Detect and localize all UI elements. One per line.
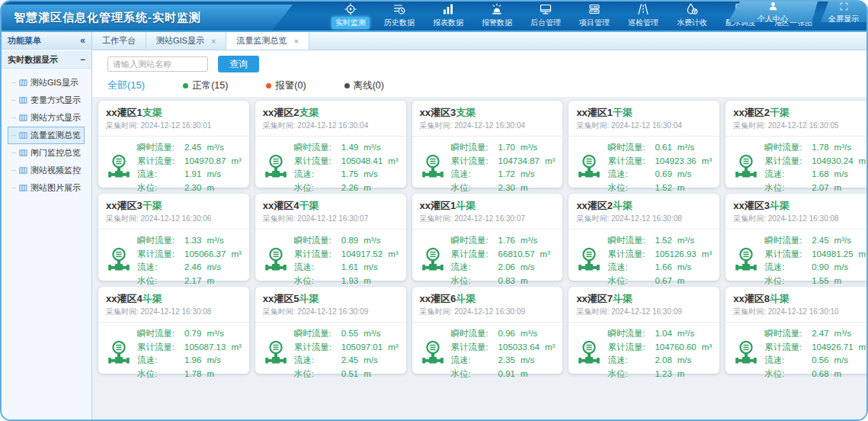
sidebar-item[interactable]: 变量方式显示 bbox=[8, 92, 85, 109]
collect-time: 采集时间: 2024-12-12 16:30:04 bbox=[576, 121, 712, 131]
velocity-unit: m/s bbox=[677, 354, 692, 368]
instant-flow-row: 瞬时流量:0.96m³/s bbox=[451, 327, 556, 341]
sidebar-item[interactable]: 测站GIS显示 bbox=[8, 74, 82, 92]
total-flow-value: 104734.87 bbox=[498, 155, 540, 169]
tab-close-icon[interactable]: × bbox=[211, 37, 216, 46]
filter-all[interactable]: 全部(15) bbox=[107, 79, 145, 92]
backend-icon bbox=[540, 4, 552, 15]
tab-close-icon[interactable]: × bbox=[293, 37, 298, 46]
toolbar-panel: 查询 全部(15) 正常(15) 报警(0) bbox=[92, 50, 866, 97]
station-name-prefix: xx灌区2 bbox=[733, 107, 770, 118]
card-body: 瞬时流量:2.45m³/s 累计流量:104970.87m³ 流速:1.91m/… bbox=[106, 141, 242, 194]
station-card[interactable]: xx灌区7斗渠 采集时间: 2024-12-12 16:30:09 bbox=[569, 287, 719, 374]
nav-label: 实时监测 bbox=[332, 17, 370, 29]
station-name: xx灌区3干渠 bbox=[106, 200, 242, 211]
collect-time-value: 2024-12-12 16:30:04 bbox=[297, 121, 368, 130]
tab-flow-overview[interactable]: 流量监测总览 × bbox=[226, 32, 309, 50]
filter-offline[interactable]: 离线(0) bbox=[344, 79, 384, 92]
instant-flow-label: 瞬时流量: bbox=[137, 327, 184, 341]
fullscreen-label: 全屏显示 bbox=[828, 14, 859, 24]
tab-workbench[interactable]: 工作平台 × bbox=[92, 32, 146, 50]
card-divider bbox=[725, 136, 866, 137]
collect-time: 采集时间: 2024-12-12 16:30:07 bbox=[420, 214, 556, 224]
tab-station-gis[interactable]: 测站GIS显示 × bbox=[146, 32, 226, 50]
station-card[interactable]: xx灌区1斗渠 采集时间: 2024-12-12 16:30:07 bbox=[412, 194, 563, 281]
sidebar-item[interactable]: 流量监测总览 bbox=[8, 127, 85, 144]
total-flow-value: 105066.37 bbox=[184, 248, 226, 262]
velocity-value: 1.61 bbox=[341, 261, 358, 275]
collect-time-label: 采集时间: bbox=[106, 307, 139, 316]
station-card[interactable]: xx灌区6斗渠 采集时间: 2024-12-12 16:30:09 bbox=[412, 287, 563, 374]
station-search-input[interactable] bbox=[107, 56, 208, 72]
sidebar-item-label: 闸门监控总览 bbox=[30, 147, 81, 159]
water-level-unit: m bbox=[520, 368, 528, 381]
collect-time-label: 采集时间: bbox=[420, 121, 453, 130]
sidebar-item[interactable]: 测站视频监控 bbox=[8, 162, 85, 179]
instant-flow-value: 0.96 bbox=[498, 327, 515, 341]
velocity-label: 流速: bbox=[137, 261, 184, 275]
nav-backend-admin[interactable]: 后台管理 bbox=[521, 2, 570, 31]
velocity-unit: m/s bbox=[834, 168, 849, 182]
station-card[interactable]: xx灌区1支渠 采集时间: 2024-12-12 16:30:01 bbox=[98, 101, 249, 188]
table-icon bbox=[19, 149, 27, 157]
collect-time-label: 采集时间: bbox=[733, 121, 766, 130]
station-card[interactable]: xx灌区1干渠 采集时间: 2024-12-12 16:30:04 bbox=[569, 101, 719, 188]
sidebar-item-label: 流量监测总览 bbox=[30, 130, 81, 141]
total-flow-value: 104930.24 bbox=[812, 155, 853, 169]
sidebar-collapse-button[interactable]: « bbox=[80, 35, 85, 46]
query-button[interactable]: 查询 bbox=[218, 56, 259, 72]
flowmeter-icon bbox=[733, 339, 759, 368]
station-card[interactable]: xx灌区2干渠 采集时间: 2024-12-12 16:30:05 bbox=[725, 101, 866, 188]
nav-report-data[interactable]: 报表数据 bbox=[424, 2, 472, 31]
water-level-value: 1.55 bbox=[812, 275, 828, 288]
nav-inspection-admin[interactable]: 巡检管理 bbox=[619, 2, 668, 31]
sidebar-group-label: 实时数据显示 bbox=[8, 54, 58, 66]
user-center-button[interactable]: 个人中心 bbox=[728, 2, 818, 22]
card-body: 瞬时流量:1.52m³/s 累计流量:105126.93m³ 流速:1.66m/… bbox=[576, 234, 712, 288]
instant-flow-label: 瞬时流量: bbox=[607, 327, 655, 341]
station-card[interactable]: xx灌区5斗渠 采集时间: 2024-12-12 16:30:09 bbox=[255, 287, 406, 374]
measurement-rows: 瞬时流量:2.45m³/s 累计流量:104970.87m³ 流速:1.91m/… bbox=[137, 141, 242, 194]
sidebar-item[interactable]: 闸门监控总览 bbox=[8, 144, 85, 162]
station-name-suffix: 干渠 bbox=[613, 107, 633, 118]
collect-time: 采集时间: 2024-12-12 16:30:04 bbox=[263, 121, 399, 131]
station-name-suffix: 斗渠 bbox=[770, 293, 790, 304]
instant-flow-unit: m³/s bbox=[834, 141, 851, 155]
nav-history-data[interactable]: 历史数据 bbox=[375, 2, 424, 31]
sidebar-item-label: 测站GIS显示 bbox=[30, 77, 78, 88]
sidebar-group-realtime-data[interactable]: 实时数据显示 − bbox=[2, 51, 91, 69]
sidebar-header: 功能菜单 « bbox=[2, 32, 91, 50]
nav-project-admin[interactable]: 项目管理 bbox=[570, 2, 619, 31]
velocity-value: 0.56 bbox=[812, 354, 828, 368]
station-card[interactable]: xx灌区2支渠 采集时间: 2024-12-12 16:30:04 bbox=[255, 101, 406, 188]
station-name-suffix: 干渠 bbox=[770, 107, 790, 118]
instant-flow-unit: m³/s bbox=[677, 327, 694, 341]
measurement-rows: 瞬时流量:1.49m³/s 累计流量:105048.41m³ 流速:1.75m/… bbox=[294, 141, 399, 194]
instant-flow-unit: m³/s bbox=[677, 234, 694, 248]
station-name-suffix: 斗渠 bbox=[299, 293, 319, 304]
fullscreen-button[interactable]: 全屏显示 bbox=[821, 2, 866, 22]
nav-realtime-monitor[interactable]: 实时监测 bbox=[326, 2, 375, 31]
station-card[interactable]: xx灌区3干渠 采集时间: 2024-12-12 16:30:06 bbox=[98, 194, 249, 281]
measurement-rows: 瞬时流量:0.79m³/s 累计流量:105087.13m³ 流速:1.96m/… bbox=[137, 327, 242, 381]
station-card[interactable]: xx灌区2斗渠 采集时间: 2024-12-12 16:30:08 bbox=[569, 194, 719, 281]
station-card[interactable]: xx灌区4斗渠 采集时间: 2024-12-12 16:30:08 bbox=[98, 287, 249, 374]
velocity-label: 流速: bbox=[764, 168, 812, 182]
filter-alarm[interactable]: 报警(0) bbox=[266, 79, 306, 92]
sidebar-item[interactable]: 测站方式显示 bbox=[8, 109, 85, 127]
velocity-row: 流速:2.45m/s bbox=[294, 354, 399, 368]
instant-flow-label: 瞬时流量: bbox=[294, 327, 341, 341]
water-level-row: 水位:0.91m bbox=[451, 368, 556, 381]
measurement-rows: 瞬时流量:1.04m³/s 累计流量:104760.60m³ 流速:2.08m/… bbox=[607, 327, 712, 381]
station-card[interactable]: xx灌区8斗渠 采集时间: 2024-12-12 16:30:10 bbox=[725, 287, 866, 374]
station-card[interactable]: xx灌区3斗渠 采集时间: 2024-12-12 16:30:08 bbox=[725, 194, 866, 281]
instant-flow-row: 瞬时流量:0.55m³/s bbox=[294, 327, 399, 341]
filter-normal[interactable]: 正常(15) bbox=[183, 79, 228, 92]
velocity-value: 1.68 bbox=[812, 168, 828, 182]
instant-flow-label: 瞬时流量: bbox=[451, 327, 498, 341]
nav-alarm-data[interactable]: 报警数据 bbox=[472, 2, 521, 31]
sidebar-item[interactable]: 测站图片展示 bbox=[8, 179, 85, 197]
station-card[interactable]: xx灌区3支渠 采集时间: 2024-12-12 16:30:04 bbox=[412, 101, 563, 188]
nav-water-fee[interactable]: 水费计收 bbox=[668, 2, 716, 31]
station-card[interactable]: xx灌区4干渠 采集时间: 2024-12-12 16:30:07 bbox=[255, 194, 406, 281]
